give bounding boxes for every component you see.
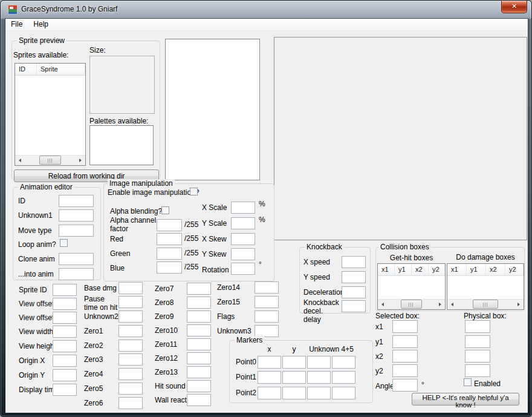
zero2-input[interactable] xyxy=(118,340,143,352)
marker-p1-u2-input[interactable] xyxy=(332,371,355,384)
zero14-input[interactable] xyxy=(255,281,279,294)
y-scale-input[interactable] xyxy=(231,217,255,229)
unknown3-input[interactable] xyxy=(255,325,279,337)
selected-x2-input[interactable] xyxy=(392,350,418,363)
selected-x1-input[interactable] xyxy=(392,320,418,333)
flags-input[interactable] xyxy=(255,310,279,323)
marker-p0-u2-input[interactable] xyxy=(332,356,355,369)
menu-file[interactable]: File xyxy=(5,19,28,30)
zero4-input[interactable] xyxy=(118,368,143,380)
zero10-input[interactable] xyxy=(187,324,211,337)
red-input[interactable] xyxy=(157,233,182,245)
loop-anim-checkbox[interactable] xyxy=(60,239,68,247)
marker-p0-x-input[interactable] xyxy=(258,356,281,369)
knockback-y-speed-input[interactable] xyxy=(342,271,366,283)
origin-x-input[interactable] xyxy=(53,355,77,367)
zero9-input[interactable] xyxy=(187,310,211,323)
close-button[interactable]: ✕ xyxy=(501,1,527,13)
zero6-input[interactable] xyxy=(118,397,143,409)
scroll-thumb[interactable] xyxy=(473,300,498,309)
wall-reaction-input[interactable] xyxy=(187,394,211,406)
alpha-factor-input[interactable] xyxy=(157,219,182,231)
physical-enabled-checkbox[interactable] xyxy=(464,378,472,386)
selected-y2-input[interactable] xyxy=(392,364,418,377)
sprite-id-input[interactable] xyxy=(53,284,77,296)
scroll-track[interactable] xyxy=(388,300,435,309)
h-scrollbar[interactable] xyxy=(378,299,445,309)
blue-input[interactable] xyxy=(157,261,182,274)
marker-p1-y-input[interactable] xyxy=(282,371,306,384)
gethit-col-y2[interactable]: y2 xyxy=(429,264,445,275)
view-offset-y-input[interactable] xyxy=(53,312,77,324)
scroll-thumb[interactable] xyxy=(401,300,422,309)
base-dmg-input[interactable] xyxy=(118,282,143,294)
marker-p2-x-input[interactable] xyxy=(258,387,281,399)
zero8-input[interactable] xyxy=(187,297,211,309)
selected-y1-input[interactable] xyxy=(392,335,418,348)
physical-x2-input[interactable] xyxy=(465,350,490,363)
damage-col-x1[interactable]: x1 xyxy=(447,264,467,275)
physical-y1-input[interactable] xyxy=(465,335,490,348)
move-type-input[interactable] xyxy=(59,225,94,237)
damage-col-x2[interactable]: x2 xyxy=(486,264,505,275)
damage-col-y2[interactable]: y2 xyxy=(505,264,524,275)
zero7-input[interactable] xyxy=(187,283,211,295)
display-time-input[interactable] xyxy=(53,384,77,396)
into-anim-input[interactable] xyxy=(59,268,94,280)
h-scrollbar[interactable] xyxy=(15,155,85,165)
anim-id-input[interactable] xyxy=(59,195,94,207)
hit-sound-id-input[interactable] xyxy=(187,380,211,392)
view-offset-x-input[interactable] xyxy=(53,298,77,310)
unknown2-input[interactable] xyxy=(118,310,143,323)
clone-anim-input[interactable] xyxy=(59,253,94,265)
gethit-col-y1[interactable]: y1 xyxy=(395,264,412,275)
marker-p1-x-input[interactable] xyxy=(258,371,281,384)
menu-help[interactable]: Help xyxy=(28,19,54,30)
gethit-col-x1[interactable]: x1 xyxy=(378,264,395,275)
h-scrollbar[interactable] xyxy=(447,299,524,309)
physical-y2-input[interactable] xyxy=(465,364,490,377)
view-width-input[interactable] xyxy=(53,326,77,338)
gethit-boxes-list[interactable]: x1 y1 x2 y2 xyxy=(377,263,446,310)
help-button[interactable]: HELP <-It's really helpful y'a know ! xyxy=(412,393,519,406)
knockback-decel-delay-input[interactable] xyxy=(342,300,366,312)
sprites-list[interactable]: ID Sprite xyxy=(15,63,86,166)
damage-col-y1[interactable]: y1 xyxy=(467,264,486,275)
marker-p2-y-input[interactable] xyxy=(282,387,306,399)
zero5-input[interactable] xyxy=(118,383,143,395)
sprites-list-header-id[interactable]: ID xyxy=(15,64,37,75)
scroll-thumb[interactable] xyxy=(39,156,62,165)
scroll-track[interactable] xyxy=(457,300,514,309)
y-skew-input[interactable] xyxy=(231,248,255,260)
pause-time-input[interactable] xyxy=(118,296,143,308)
scroll-right-button[interactable] xyxy=(76,156,85,165)
origin-y-input[interactable] xyxy=(53,369,77,381)
palettes-list[interactable] xyxy=(89,125,154,165)
marker-p2-u2-input[interactable] xyxy=(332,387,355,399)
scroll-left-button[interactable] xyxy=(378,300,388,309)
zero3-input[interactable] xyxy=(118,353,143,366)
scroll-track[interactable] xyxy=(25,156,76,165)
scroll-left-button[interactable] xyxy=(447,300,457,309)
physical-x1-input[interactable] xyxy=(465,320,490,333)
scroll-right-button[interactable] xyxy=(514,300,524,309)
x-scale-input[interactable] xyxy=(231,202,255,214)
zero11-input[interactable] xyxy=(187,338,211,350)
unknown1-input[interactable] xyxy=(59,209,94,222)
green-input[interactable] xyxy=(157,248,182,260)
titlebar[interactable]: GraceSyndrome 1.0 by Gniarf xyxy=(1,1,531,19)
marker-p1-u1-input[interactable] xyxy=(307,371,331,384)
marker-p0-u1-input[interactable] xyxy=(307,356,331,369)
knockback-deceleration-input[interactable] xyxy=(342,286,366,298)
marker-p2-u1-input[interactable] xyxy=(307,387,331,399)
damage-boxes-list[interactable]: x1 y1 x2 y2 xyxy=(447,263,524,310)
zero15-input[interactable] xyxy=(255,296,279,308)
alpha-blending-checkbox[interactable] xyxy=(161,206,169,214)
scroll-left-button[interactable] xyxy=(15,156,25,165)
x-skew-input[interactable] xyxy=(231,233,255,245)
zero1-input[interactable] xyxy=(118,325,143,337)
knockback-x-speed-input[interactable] xyxy=(342,256,366,268)
angle-input[interactable] xyxy=(392,379,418,392)
enable-manipulation-checkbox[interactable] xyxy=(190,188,198,195)
zero13-input[interactable] xyxy=(187,366,211,378)
